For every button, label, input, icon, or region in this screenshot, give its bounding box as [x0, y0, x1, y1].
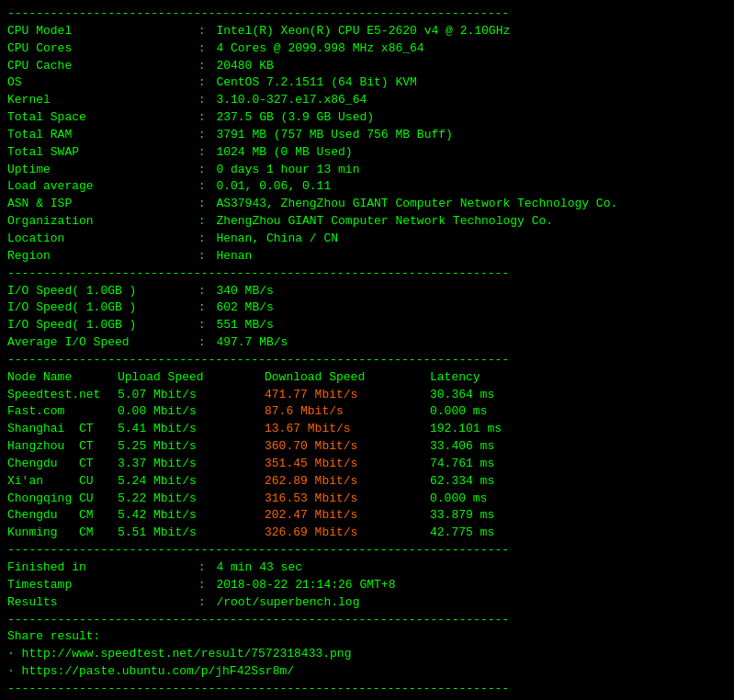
speed-latency: 33.879 ms — [430, 507, 494, 525]
cpu-cache-row: CPU Cache : 20480 KB — [7, 58, 727, 75]
speed-table-row: Chongqing CU5.22 Mbit/s316.53 Mbit/s0.00… — [7, 491, 727, 508]
io1-row: I/O Speed( 1.0GB ) : 340 MB/s — [7, 283, 727, 300]
share-link2-row: · https://paste.ubuntu.com/p/jhF42Ssr8m/ — [7, 663, 727, 681]
io2-label: I/O Speed( 1.0GB ) — [7, 299, 191, 317]
divider-bottom: ----------------------------------------… — [7, 681, 727, 698]
asn-isp-label: ASN & ISP — [7, 196, 191, 213]
speed-table-row: Shanghai CT5.41 Mbit/s13.67 Mbit/s192.10… — [7, 421, 727, 438]
io3-label: I/O Speed( 1.0GB ) — [7, 317, 191, 334]
io3-row: I/O Speed( 1.0GB ) : 551 MB/s — [7, 317, 727, 334]
speed-latency: 30.364 ms — [430, 387, 494, 404]
speed-node-name: Shanghai CT — [7, 421, 118, 438]
cpu-model-label: CPU Model — [7, 23, 191, 40]
speed-latency: 0.000 ms — [430, 491, 487, 508]
io3-value: 551 MB/s — [216, 317, 273, 334]
total-ram-label: Total RAM — [7, 127, 191, 144]
share-link1[interactable]: · http://www.speedtest.net/result/757231… — [7, 646, 351, 663]
finished-label: Finished in — [7, 559, 191, 577]
speed-latency: 62.334 ms — [430, 473, 494, 491]
region-label: Region — [7, 248, 191, 265]
results-value: /root/superbench.log — [216, 594, 359, 612]
io1-value: 340 MB/s — [216, 283, 273, 300]
speed-table-row: Kunming CM5.51 Mbit/s326.69 Mbit/s42.775… — [7, 525, 727, 542]
total-ram-value: 3791 MB (757 MB Used 756 MB Buff) — [216, 127, 452, 144]
speed-latency: 33.406 ms — [430, 438, 494, 456]
cpu-model-value: Intel(R) Xeon(R) CPU E5-2620 v4 @ 2.10GH… — [216, 23, 510, 40]
avg-io-value: 497.7 MB/s — [216, 334, 288, 352]
speed-download: 351.45 Mbit/s — [265, 456, 430, 473]
share-link1-row: · http://www.speedtest.net/result/757231… — [7, 646, 727, 663]
speed-latency: 0.000 ms — [430, 403, 487, 421]
terminal: ----------------------------------------… — [7, 6, 727, 700]
finished-value: 4 min 43 sec — [216, 559, 302, 577]
speed-upload: 3.37 Mbit/s — [118, 456, 265, 473]
speed-node-name: Chengdu CT — [7, 456, 118, 473]
speed-node-name: Fast.com — [7, 403, 118, 421]
uptime-label: Uptime — [7, 162, 191, 179]
divider-results: ----------------------------------------… — [7, 542, 727, 559]
speed-table-row: Speedtest.net5.07 Mbit/s471.77 Mbit/s30.… — [7, 387, 727, 404]
region-row: Region : Henan — [7, 248, 727, 265]
timestamp-row: Timestamp : 2018-08-22 21:14:26 GMT+8 — [7, 577, 727, 594]
finished-row: Finished in : 4 min 43 sec — [7, 559, 727, 577]
share-link2[interactable]: · https://paste.ubuntu.com/p/jhF42Ssr8m/ — [7, 663, 294, 681]
org-value: ZhengZhou GIANT Computer Network Technol… — [216, 213, 553, 231]
speed-upload: 5.22 Mbit/s — [118, 491, 265, 508]
load-avg-label: Load average — [7, 178, 191, 196]
org-row: Organization : ZhengZhou GIANT Computer … — [7, 213, 727, 231]
speed-download: 87.6 Mbit/s — [265, 403, 430, 421]
speed-download: 13.67 Mbit/s — [265, 421, 430, 438]
uptime-value: 0 days 1 hour 13 min — [216, 162, 359, 179]
speed-latency: 192.101 ms — [430, 421, 502, 438]
os-value: CentOS 7.2.1511 (64 Bit) KVM — [216, 74, 416, 92]
speed-download: 316.53 Mbit/s — [265, 491, 430, 508]
speed-node-name: Chengdu CM — [7, 507, 118, 525]
speed-node-name: Kunming CM — [7, 525, 118, 542]
speed-upload: 5.07 Mbit/s — [118, 387, 265, 404]
speed-upload: 5.41 Mbit/s — [118, 421, 265, 438]
io2-value: 602 MB/s — [216, 299, 273, 317]
total-ram-row: Total RAM : 3791 MB (757 MB Used 756 MB … — [7, 127, 727, 144]
share-title: Share result: — [7, 628, 100, 646]
total-space-label: Total Space — [7, 109, 191, 127]
load-avg-value: 0.01, 0.06, 0.11 — [216, 178, 331, 196]
col-header-latency: Latency — [430, 369, 480, 387]
speed-table-row: Fast.com0.00 Mbit/s87.6 Mbit/s0.000 ms — [7, 403, 727, 421]
speed-upload: 5.25 Mbit/s — [118, 438, 265, 456]
speed-latency: 42.775 ms — [430, 525, 494, 542]
speed-upload: 5.24 Mbit/s — [118, 473, 265, 491]
col-header-node: Node Name — [7, 369, 118, 387]
location-label: Location — [7, 231, 191, 248]
cpu-cache-value: 20480 KB — [216, 58, 273, 75]
speed-table-row: Chengdu CT3.37 Mbit/s351.45 Mbit/s74.761… — [7, 456, 727, 473]
cpu-cores-value: 4 Cores @ 2099.998 MHz x86_64 — [216, 40, 423, 58]
cpu-cache-label: CPU Cache — [7, 58, 191, 75]
kernel-row: Kernel : 3.10.0-327.el7.x86_64 — [7, 92, 727, 109]
os-row: OS : CentOS 7.2.1511 (64 Bit) KVM — [7, 74, 727, 92]
col-header-download: Download Speed — [265, 369, 430, 387]
speed-node-name: Hangzhou CT — [7, 438, 118, 456]
speed-table-row: Xi'an CU5.24 Mbit/s262.89 Mbit/s62.334 m… — [7, 473, 727, 491]
os-label: OS — [7, 74, 191, 92]
share-title-row: Share result: — [7, 628, 727, 646]
asn-isp-row: ASN & ISP : AS37943, ZhengZhou GIANT Com… — [7, 196, 727, 213]
cpu-model-row: CPU Model : Intel(R) Xeon(R) CPU E5-2620… — [7, 23, 727, 40]
timestamp-label: Timestamp — [7, 577, 191, 594]
total-swap-value: 1024 MB (0 MB Used) — [216, 144, 352, 162]
cpu-cores-row: CPU Cores : 4 Cores @ 2099.998 MHz x86_6… — [7, 40, 727, 58]
speed-download: 471.77 Mbit/s — [265, 387, 430, 404]
avg-io-row: Average I/O Speed : 497.7 MB/s — [7, 334, 727, 352]
total-space-value: 237.5 GB (3.9 GB Used) — [216, 109, 374, 127]
speed-upload: 0.00 Mbit/s — [118, 403, 265, 421]
kernel-label: Kernel — [7, 92, 191, 109]
speed-latency: 74.761 ms — [430, 456, 494, 473]
speed-upload: 5.51 Mbit/s — [118, 525, 265, 542]
speed-table-row: Chengdu CM5.42 Mbit/s202.47 Mbit/s33.879… — [7, 507, 727, 525]
org-label: Organization — [7, 213, 191, 231]
speed-download: 202.47 Mbit/s — [265, 507, 430, 525]
asn-isp-value: AS37943, ZhengZhou GIANT Computer Networ… — [216, 196, 617, 213]
divider-io: ----------------------------------------… — [7, 265, 727, 283]
speed-node-name: Chongqing CU — [7, 491, 118, 508]
io2-row: I/O Speed( 1.0GB ) : 602 MB/s — [7, 299, 727, 317]
divider-share: ----------------------------------------… — [7, 612, 727, 629]
